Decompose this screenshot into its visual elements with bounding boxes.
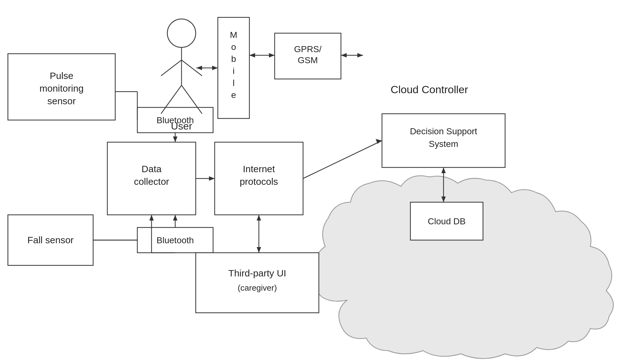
svg-marker-58 xyxy=(257,215,261,221)
svg-text:protocols: protocols xyxy=(240,176,278,187)
svg-text:System: System xyxy=(429,139,458,149)
svg-text:Decision Support: Decision Support xyxy=(410,126,477,136)
svg-text:Bluetooth: Bluetooth xyxy=(157,115,194,125)
svg-text:Fall sensor: Fall sensor xyxy=(27,235,74,245)
svg-text:Third-party UI: Third-party UI xyxy=(228,268,286,278)
svg-text:Cloud DB: Cloud DB xyxy=(428,216,466,226)
svg-line-37 xyxy=(161,60,182,76)
svg-marker-60 xyxy=(212,66,218,70)
svg-rect-30 xyxy=(382,114,505,167)
svg-line-38 xyxy=(182,60,202,76)
svg-text:Cloud Controller: Cloud Controller xyxy=(391,83,468,95)
svg-rect-14 xyxy=(215,142,303,215)
svg-rect-17 xyxy=(196,253,319,313)
svg-text:sensor: sensor xyxy=(47,96,76,106)
svg-marker-69 xyxy=(441,197,446,202)
svg-marker-51 xyxy=(149,215,154,221)
svg-marker-45 xyxy=(173,136,177,142)
svg-marker-48 xyxy=(173,215,177,221)
svg-text:i: i xyxy=(233,66,235,76)
svg-text:o: o xyxy=(231,42,236,52)
svg-line-40 xyxy=(182,85,202,114)
svg-rect-5 xyxy=(8,215,93,265)
svg-marker-66 xyxy=(357,53,363,57)
svg-text:b: b xyxy=(231,54,236,64)
svg-rect-27 xyxy=(275,33,341,79)
svg-text:GSM: GSM xyxy=(298,55,318,65)
svg-marker-57 xyxy=(257,247,261,253)
svg-text:collector: collector xyxy=(134,176,169,187)
svg-text:Bluetooth: Bluetooth xyxy=(157,235,194,245)
svg-point-35 xyxy=(167,19,196,47)
svg-marker-63 xyxy=(269,53,275,57)
svg-text:M: M xyxy=(230,30,237,40)
svg-text:(caregiver): (caregiver) xyxy=(238,283,277,293)
svg-text:Internet: Internet xyxy=(243,164,275,174)
svg-text:monitoring: monitoring xyxy=(39,83,84,94)
svg-marker-55 xyxy=(376,139,382,144)
cloud-shape: Cloud Controller xyxy=(312,83,613,359)
svg-marker-70 xyxy=(441,167,446,173)
svg-text:Data: Data xyxy=(141,164,162,174)
svg-rect-9 xyxy=(137,227,213,253)
svg-rect-11 xyxy=(107,142,196,215)
svg-rect-1 xyxy=(8,54,115,120)
svg-marker-67 xyxy=(341,53,347,57)
svg-text:GPRS/: GPRS/ xyxy=(294,44,321,54)
svg-text:User: User xyxy=(171,120,192,132)
svg-rect-33 xyxy=(410,202,483,240)
svg-line-39 xyxy=(161,85,182,114)
svg-marker-64 xyxy=(249,53,255,57)
svg-rect-20 xyxy=(218,17,249,118)
svg-text:Pulse: Pulse xyxy=(50,70,73,81)
svg-marker-53 xyxy=(209,176,215,181)
svg-line-54 xyxy=(303,141,382,178)
svg-marker-61 xyxy=(196,66,202,70)
svg-text:l: l xyxy=(233,78,235,88)
svg-text:e: e xyxy=(231,90,236,100)
svg-rect-7 xyxy=(137,107,213,133)
diagram-container: Cloud Controller Pulse monitoring sensor… xyxy=(0,0,644,363)
